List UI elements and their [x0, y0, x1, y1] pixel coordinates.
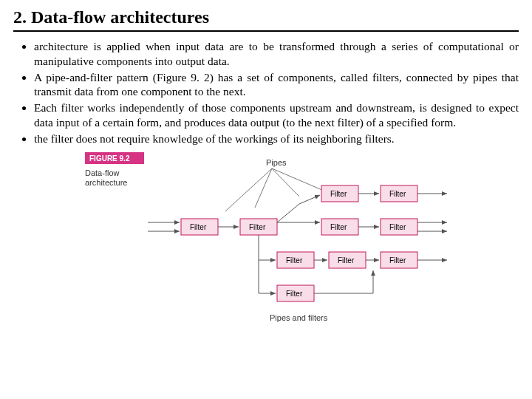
- filter-box: Filter: [381, 219, 417, 235]
- bullet-item: the filter does not require knowledge of…: [34, 132, 519, 146]
- filter-box: Filter: [277, 285, 314, 301]
- figure-footer: Pipes and filters: [270, 313, 328, 322]
- bullet-item: Each filter works independently of those…: [34, 100, 519, 130]
- slide-title: 2. Data-flow architectures: [13, 7, 519, 32]
- figure-label: FIGURE 9.2: [89, 154, 130, 163]
- svg-text:Filter: Filter: [249, 223, 266, 231]
- figure-caption-2: architecture: [85, 178, 127, 187]
- svg-line-3: [272, 168, 329, 193]
- filter-box: Filter: [381, 252, 417, 268]
- filter-box: Filter: [329, 252, 366, 268]
- dataflow-diagram: FIGURE 9.2 Data-flow architecture Pipes …: [78, 152, 454, 326]
- bullet-item: architecture is applied when input data …: [34, 39, 519, 69]
- svg-line-1: [255, 168, 272, 208]
- filter-box: Filter: [240, 219, 277, 235]
- filter-box: Filter: [381, 185, 417, 202]
- svg-text:Filter: Filter: [190, 223, 207, 231]
- filter-box: Filter: [321, 185, 358, 202]
- svg-text:Filter: Filter: [330, 190, 347, 198]
- svg-text:Filter: Filter: [286, 256, 303, 265]
- bullet-item: A pipe-and-filter pattern (Figure 9. 2) …: [34, 70, 519, 100]
- bullet-list: architecture is applied when input data …: [13, 39, 519, 146]
- svg-text:Filter: Filter: [330, 223, 347, 231]
- figure-caption-1: Data-flow: [85, 168, 120, 177]
- pipes-label: Pipes: [266, 158, 287, 167]
- svg-line-2: [272, 168, 299, 197]
- filter-box: Filter: [321, 219, 358, 235]
- filter-box: Filter: [181, 219, 218, 235]
- svg-text:Filter: Filter: [286, 290, 303, 298]
- filter-box: Filter: [277, 252, 314, 268]
- svg-text:Filter: Filter: [389, 190, 406, 198]
- svg-text:Filter: Filter: [389, 256, 406, 265]
- figure-container: FIGURE 9.2 Data-flow architecture Pipes …: [13, 152, 519, 326]
- svg-text:Filter: Filter: [338, 256, 355, 265]
- svg-text:Filter: Filter: [389, 223, 406, 231]
- svg-line-0: [225, 168, 272, 211]
